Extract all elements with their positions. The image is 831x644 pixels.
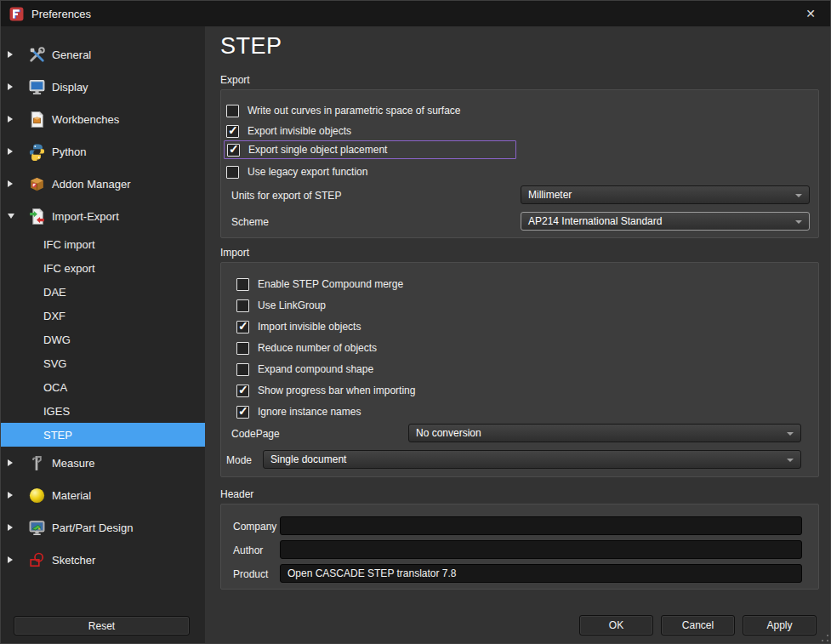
checkbox[interactable] bbox=[227, 144, 240, 157]
sidebar-item-python[interactable]: Python bbox=[1, 135, 205, 168]
workbench-box-icon bbox=[28, 111, 46, 128]
checkbox[interactable] bbox=[226, 125, 239, 138]
checkbox-label: Export invisible objects bbox=[248, 125, 351, 137]
sidebar-item-ifc-export[interactable]: IFC export bbox=[1, 256, 205, 280]
company-label: Company bbox=[233, 521, 276, 533]
chevron-right-icon[interactable] bbox=[8, 524, 13, 531]
scheme-dropdown-value: AP214 International Standard bbox=[528, 215, 662, 227]
sidebar-subitem-label: SVG bbox=[43, 357, 66, 370]
checkbox[interactable] bbox=[236, 278, 249, 291]
checkbox[interactable] bbox=[236, 299, 249, 312]
checkbox-row-expand-compound-shape[interactable]: Expand compound shape bbox=[236, 360, 373, 379]
sidebar-item-dwg[interactable]: DWG bbox=[1, 328, 205, 351]
product-field[interactable] bbox=[280, 564, 802, 583]
page-title: STEP bbox=[220, 33, 282, 60]
checkbox[interactable] bbox=[236, 342, 249, 355]
checkbox-row-write-out-curves[interactable]: Write out curves in parametric space of … bbox=[226, 101, 461, 120]
apply-button[interactable]: Apply bbox=[743, 615, 817, 635]
checkbox-label: Write out curves in parametric space of … bbox=[248, 105, 461, 117]
checkbox-row-show-progress-bar-when-importing[interactable]: Show progress bar when importing bbox=[236, 381, 415, 400]
sidebar-item-dae[interactable]: DAE bbox=[1, 280, 205, 304]
checkbox-row-reduce-number-of-objects[interactable]: Reduce number of objects bbox=[236, 339, 377, 357]
sidebar-subitem-label: IFC import bbox=[43, 238, 95, 251]
sidebar-item-material[interactable]: Material bbox=[1, 479, 205, 511]
chevron-down-icon[interactable] bbox=[8, 214, 14, 219]
checkbox-row-use-legacy-export-function[interactable]: Use legacy export function bbox=[226, 162, 367, 181]
chevron-right-icon[interactable] bbox=[8, 148, 13, 155]
titlebar[interactable]: Preferences ✕ bbox=[1, 1, 830, 26]
mode-dropdown[interactable]: Single document bbox=[263, 450, 801, 469]
checkbox[interactable] bbox=[226, 105, 239, 117]
checkbox-row-enable-step-compound-merge[interactable]: Enable STEP Compound merge bbox=[236, 275, 403, 294]
author-label: Author bbox=[233, 544, 263, 556]
checkbox-label: Use legacy export function bbox=[248, 166, 367, 178]
chevron-down-icon bbox=[787, 432, 794, 436]
sidebar-item-dxf[interactable]: DXF bbox=[1, 304, 205, 328]
chevron-right-icon[interactable] bbox=[8, 51, 13, 58]
checkbox-row-export-invisible-objects[interactable]: Export invisible objects bbox=[226, 122, 351, 140]
sidebar-item-import-export[interactable]: Import-Export bbox=[1, 200, 205, 232]
import-export-icon bbox=[28, 208, 46, 225]
product-label: Product bbox=[233, 568, 268, 580]
ok-button[interactable]: OK bbox=[579, 615, 653, 635]
chevron-down-icon bbox=[795, 194, 802, 197]
checkbox-row-export-single-object-placement[interactable]: Export single object placement bbox=[224, 140, 516, 159]
chevron-right-icon[interactable] bbox=[8, 556, 13, 563]
reset-button[interactable]: Reset bbox=[14, 616, 190, 635]
sidebar-item-general[interactable]: General bbox=[1, 38, 205, 71]
company-field[interactable] bbox=[280, 516, 802, 535]
sidebar-item-oca[interactable]: OCA bbox=[1, 375, 205, 399]
checkbox-label: Reduce number of objects bbox=[258, 342, 377, 354]
export-group-label: Export bbox=[220, 74, 250, 86]
cancel-button[interactable]: Cancel bbox=[661, 615, 735, 635]
checkbox-row-use-linkgroup[interactable]: Use LinkGroup bbox=[236, 296, 326, 315]
scheme-label: Scheme bbox=[231, 216, 269, 228]
chevron-right-icon[interactable] bbox=[8, 180, 13, 187]
checkbox-row-ignore-instance-names[interactable]: Ignore instance names bbox=[236, 402, 361, 421]
sidebar-item-sketcher[interactable]: Sketcher bbox=[1, 544, 205, 576]
chevron-right-icon[interactable] bbox=[8, 83, 13, 90]
sidebar-item-display[interactable]: Display bbox=[1, 71, 205, 103]
window-title: Preferences bbox=[31, 8, 91, 20]
scheme-dropdown[interactable]: AP214 International Standard bbox=[521, 212, 810, 231]
checkbox-row-import-invisible-objects[interactable]: Import invisible objects bbox=[236, 317, 361, 336]
close-button[interactable]: ✕ bbox=[791, 1, 830, 26]
codepage-label: CodePage bbox=[231, 428, 280, 440]
checkbox[interactable] bbox=[236, 321, 249, 333]
mode-label: Mode bbox=[226, 454, 252, 466]
sidebar-item-workbenches[interactable]: Workbenches bbox=[1, 103, 205, 135]
freecad-logo-icon bbox=[9, 7, 24, 21]
sidebar-item-label: Python bbox=[52, 145, 86, 158]
checkbox[interactable] bbox=[236, 385, 249, 397]
chevron-down-icon bbox=[795, 220, 802, 224]
sidebar-item-addon-manager[interactable]: Addon Manager bbox=[1, 168, 205, 200]
import-groupbox: Enable STEP Compound merge Use LinkGroup… bbox=[220, 262, 819, 477]
sidebar-item-ifc-import[interactable]: IFC import bbox=[1, 232, 205, 256]
checkbox[interactable] bbox=[226, 166, 239, 179]
apply-button-label: Apply bbox=[766, 619, 792, 631]
checkbox[interactable] bbox=[236, 406, 249, 419]
sidebar-item-label: Measure bbox=[52, 457, 95, 470]
author-field[interactable] bbox=[280, 540, 802, 559]
header-groupbox: Company Author Product bbox=[220, 504, 819, 590]
sidebar-subitem-label: IGES bbox=[43, 405, 70, 418]
units-dropdown[interactable]: Millimeter bbox=[521, 185, 810, 204]
codepage-dropdown[interactable]: No conversion bbox=[408, 424, 801, 442]
resize-grip-icon[interactable] bbox=[822, 635, 828, 641]
sidebar-item-measure[interactable]: Measure bbox=[1, 447, 205, 479]
sidebar-item-part-part-design[interactable]: Part/Part Design bbox=[1, 511, 205, 544]
checkbox-label: Export single object placement bbox=[248, 144, 387, 156]
sidebar-item-step[interactable]: STEP bbox=[1, 423, 205, 447]
sidebar-item-svg[interactable]: SVG bbox=[1, 351, 205, 375]
sidebar-subitem-label: DXF bbox=[43, 310, 65, 322]
chevron-right-icon[interactable] bbox=[8, 116, 13, 123]
settings-panel: STEP Export Write out curves in parametr… bbox=[205, 26, 830, 643]
sidebar-item-iges[interactable]: IGES bbox=[1, 399, 205, 423]
sidebar-item-label: Display bbox=[52, 81, 88, 94]
checkbox-label: Enable STEP Compound merge bbox=[258, 278, 403, 290]
chevron-right-icon[interactable] bbox=[8, 459, 13, 466]
checkbox-label: Expand compound shape bbox=[258, 363, 373, 375]
chevron-right-icon[interactable] bbox=[8, 492, 13, 499]
checkbox-label: Ignore instance names bbox=[258, 406, 361, 418]
checkbox[interactable] bbox=[236, 363, 249, 376]
